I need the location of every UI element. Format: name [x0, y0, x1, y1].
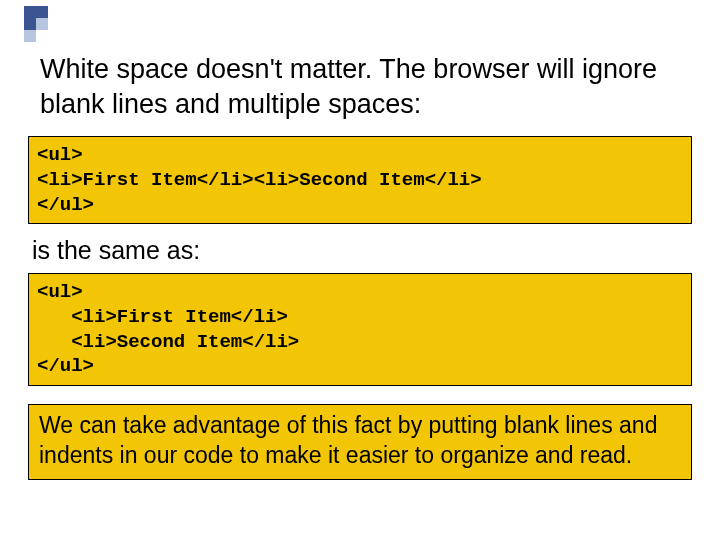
intro-text: White space doesn't matter. The browser …: [40, 52, 684, 122]
mid-text: is the same as:: [32, 236, 692, 265]
slide-content: White space doesn't matter. The browser …: [28, 52, 692, 480]
outro-text: We can take advantage of this fact by pu…: [28, 404, 692, 480]
slide-corner-decoration: [0, 0, 60, 50]
code-example-2: <ul> <li>First Item</li> <li>Second Item…: [28, 273, 692, 386]
code-example-1: <ul> <li>First Item</li><li>Second Item<…: [28, 136, 692, 224]
